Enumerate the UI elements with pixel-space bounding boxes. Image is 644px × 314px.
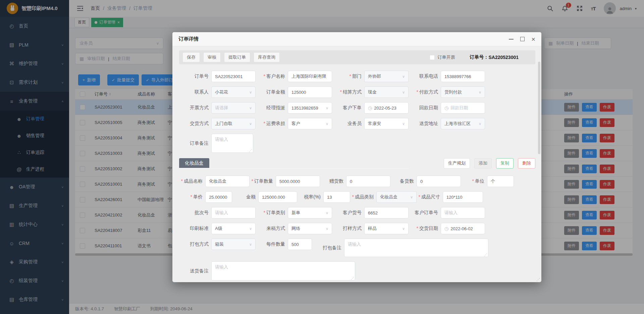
contact-phone-input[interactable]: 15388997766 [441,71,485,82]
clock-icon: ◷ [368,105,372,111]
per-qty-input[interactable]: 500 [288,239,312,250]
delete-product-button[interactable]: 删除 [518,158,535,169]
order-detail-modal: 订单详情 × 保存 审核 提取订单 库存查询 订单开票 订单号：SA220523… [172,32,541,282]
print-standard-select[interactable]: A级∨ [211,223,256,234]
field-label: 税率(%) [297,194,323,200]
clock-icon: ◷ [444,105,448,111]
field-label: 客户下单 [332,105,364,111]
production-plan-button[interactable]: 生产规划 [444,158,470,169]
pack-remark-textarea[interactable]: 请输入⋰ [344,239,488,257]
stock-qty-input[interactable]: 0 [417,176,461,187]
field-label: 交货日期 [409,226,441,232]
invoice-checkbox[interactable] [430,55,435,60]
unit-input[interactable]: 个 [487,176,514,187]
tax-rate-input[interactable]: 13 [323,191,350,203]
field-label: 成品类别 [350,194,376,200]
product-name-input[interactable]: 化妆品盒 [205,176,250,187]
audit-button[interactable]: 审核 [203,52,221,62]
field-label: 付款方式 [409,89,441,95]
delivery-remark-textarea[interactable]: 请输入⋰ [211,261,355,280]
modal-resize-handle-icon[interactable]: ⋰ [536,277,540,282]
order-no-input[interactable]: SA220523001 [211,71,256,82]
chevron-down-icon: ∨ [479,122,481,126]
chevron-down-icon: ∨ [249,227,252,231]
field-label: 单位 [461,178,487,184]
proof-method-select[interactable]: 样品∨ [364,223,409,234]
order-qty-input[interactable]: 5000.0000 [276,176,320,187]
order-remark-textarea[interactable]: 请输入⋰ [211,134,253,153]
chevron-down-icon: ∨ [402,122,405,126]
resize-handle-icon: ⋰ [484,253,487,257]
product-tab-active[interactable]: 化妆品盒 [179,158,209,169]
chevron-down-icon: ∨ [249,242,252,247]
modal-scrollbar-thumb[interactable] [538,62,540,154]
chevron-down-icon: ∨ [249,122,252,126]
field-label: 回款日期 [409,105,441,111]
product-size-input[interactable]: 120*110 [443,191,483,203]
salesman-select[interactable]: 常康安∨ [364,118,409,129]
customer-order-no-input[interactable]: 请输入 [441,207,485,218]
field-label: 订单金额 [256,89,288,95]
product-category-select[interactable]: 化妆品盒∨ [376,191,417,203]
field-label: 订单类别 [256,210,288,216]
chevron-down-icon: ∨ [326,106,328,110]
unit-price-input[interactable]: 25.00000 [205,191,232,203]
extract-order-button[interactable]: 提取订单 [224,52,250,62]
field-label: 部门 [332,73,364,79]
customer-name-input[interactable]: 上海国际印刷有限 [288,71,332,82]
app-root: 智慧印刷IPM4.0 ◴ 首页 ▧ PLM ∨ [0,0,644,314]
order-amount-input[interactable]: 125000 [288,86,332,98]
freight-bearer-select[interactable]: 客户∨ [288,118,332,129]
amount-input[interactable]: 125000.000 [258,191,297,203]
field-label: 联系人 [179,89,211,95]
pay-method-select[interactable]: 货到付款∨ [441,86,485,98]
field-label: 交货方式 [179,121,211,127]
settle-method-select[interactable]: 现金∨ [364,86,409,98]
batch-no-input[interactable]: 请输入 [211,207,256,218]
field-label: 订单备注 [179,140,211,146]
field-label: 订单数量 [250,178,276,184]
modal-title: 订单详情 [178,36,199,42]
product-form: 成品名称 化妆品盒 订单数量 5000.0000 赠货数 0 备货数 0 单位 … [179,176,535,280]
field-label: 成品名称 [179,178,205,184]
chevron-down-icon: ∨ [402,90,405,95]
chevron-down-icon: ∨ [402,227,405,231]
stock-query-button[interactable]: 库存查询 [254,52,280,62]
customer-item-no-input[interactable]: 6652 [364,207,409,218]
pack-method-select[interactable]: 箱装∨ [211,239,256,250]
chevron-down-icon: ∨ [326,227,328,231]
field-label: 送货备注 [179,268,211,274]
field-label: 联系电话 [409,73,441,79]
minimize-icon[interactable] [509,39,514,40]
field-label: 来稿方式 [256,226,288,232]
maximize-icon[interactable] [520,37,525,41]
delivery-date-picker[interactable]: ◷2022-06-02 [441,223,485,234]
payback-date-picker[interactable]: ◷回款日期 [441,102,485,114]
invoice-method-select[interactable]: 请选择∨ [211,102,256,114]
department-select[interactable]: 外协部∨ [364,71,409,82]
field-label: 送货地址 [409,121,441,127]
copy-product-button[interactable]: 复制 [496,158,514,169]
field-label: 备货数 [390,178,417,184]
field-label: 成品尺寸 [417,194,443,200]
chevron-down-icon: ∨ [479,90,481,95]
chevron-down-icon: ∨ [326,211,328,215]
draft-method-select[interactable]: 网络∨ [288,223,332,234]
chevron-down-icon: ∨ [326,122,328,126]
delivery-address-select[interactable]: 上海市徐汇区∨ [441,118,485,129]
order-form: 订单号 SA220523001 客户名称 上海国际印刷有限 部门 外协部∨ 联系… [179,71,535,153]
manager-assign-select[interactable]: 13513982659∨ [288,102,332,114]
gift-qty-input[interactable]: 0 [346,176,390,187]
add-product-button[interactable]: 添加 [474,158,492,169]
order-type-select[interactable]: 新单∨ [288,207,332,218]
field-label: 客户货号 [332,210,364,216]
save-button[interactable]: 保存 [182,52,200,62]
product-section: 化妆品盒 生产规划 添加 复制 删除 成品名称 化妆品盒 订单数量 5000.0… [179,158,535,280]
resize-handle-icon: ⋰ [351,276,354,280]
chevron-down-icon: ∨ [249,106,252,110]
tab-track [179,168,409,169]
contact-select[interactable]: 小花花∨ [211,86,256,98]
delivery-method-select[interactable]: 上门自取∨ [211,118,256,129]
customer-order-date-picker[interactable]: ◷2022-05-23 [364,102,409,114]
close-icon[interactable]: × [531,36,535,43]
